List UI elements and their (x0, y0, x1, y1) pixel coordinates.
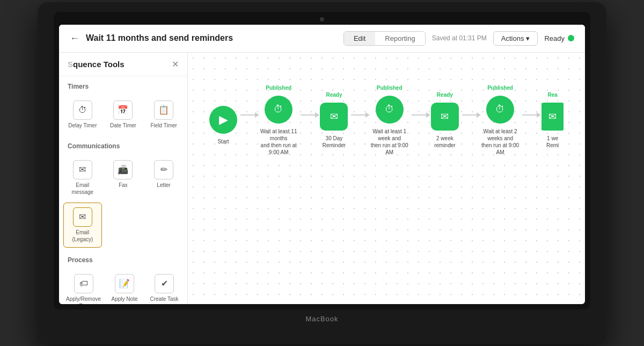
flow-node-wait-2weeks[interactable]: Published ⏱ Wait at least 2 weeks andthe… (481, 85, 519, 156)
connector-3 (348, 114, 370, 116)
tool-apply-remove-tag[interactable]: 🏷 Apply/Remove Tag (63, 269, 104, 304)
screen: ← Wait 11 months and send reminders Edit… (59, 25, 585, 304)
tab-reporting[interactable]: Reporting (375, 32, 425, 45)
flow-node-wait-1week[interactable]: Published ⏱ Wait at least 1 week andthen… (370, 85, 408, 156)
field-timer-icon: 📋 (154, 100, 173, 120)
connector-6 (519, 114, 541, 116)
actions-label: Actions (501, 34, 524, 42)
apply-remove-tag-label: Apply/Remove Tag (66, 295, 101, 304)
wait-1week-circle: ⏱ (376, 96, 404, 124)
delay-timer-icon: ⏱ (73, 100, 92, 120)
sidebar-close-button[interactable]: ✕ (172, 59, 179, 69)
timers-section-title: Timers (59, 76, 187, 93)
flow-node-2week[interactable]: Ready ✉ 2 weekreminder (431, 92, 459, 149)
connector-1 (237, 114, 260, 116)
connector-4 (408, 114, 431, 116)
sidebar-title: Squence Tools (68, 60, 125, 69)
sidebar-header: Squence Tools ✕ (59, 53, 187, 76)
tool-fax[interactable]: 📠 Fax (104, 155, 143, 200)
email-legacy-icon: ✉ (73, 207, 92, 227)
flow-node-start[interactable]: ▶ Start (209, 95, 237, 145)
timers-grid: ⏱ Delay Timer 📅 Date Timer 📋 Field Timer (59, 93, 187, 136)
connector-2 (297, 114, 320, 116)
communications-grid: ✉ Emailmessage 📠 Fax ✏ Letter ✉ (59, 153, 187, 250)
process-section-title: Process (59, 250, 187, 267)
tool-create-task[interactable]: ✔ Create Task (145, 269, 183, 304)
wait-11-label: Wait at least 11 monthsand then run at 9… (260, 128, 297, 156)
laptop-brand: MacBook (54, 309, 590, 323)
tab-edit[interactable]: Edit (344, 32, 375, 45)
chevron-down-icon: ▾ (526, 34, 530, 42)
sidebar: Squence Tools ✕ Timers ⏱ Delay Timer 📅 (59, 53, 188, 304)
connector-5 (459, 114, 481, 116)
create-task-icon: ✔ (155, 274, 174, 293)
main-layout: Squence Tools ✕ Timers ⏱ Delay Timer 📅 (59, 53, 585, 304)
flow-container: ▶ Start Published ⏱ (188, 53, 585, 188)
delay-timer-label: Delay Timer (68, 122, 97, 129)
saved-text: Saved at 01:31 PM (432, 34, 487, 42)
ready-badge: Ready (544, 34, 574, 42)
date-timer-label: Date Timer (110, 122, 136, 129)
tool-delay-timer[interactable]: ⏱ Delay Timer (63, 96, 102, 134)
1week-status: Rea (547, 92, 557, 99)
fax-icon: 📠 (113, 160, 133, 179)
page-title: Wait 11 months and send reminders (86, 33, 337, 43)
letter-label: Letter (157, 182, 171, 189)
wait-2weeks-status: Published (487, 85, 513, 92)
create-task-label: Create Task (150, 295, 178, 302)
tool-date-timer[interactable]: 📅 Date Timer (104, 96, 143, 134)
start-label: Start (217, 138, 229, 145)
wait-11-circle: ⏱ (265, 96, 292, 124)
30day-square: ✉ (320, 103, 348, 131)
1week-label: 1 weRemi (546, 135, 559, 149)
tool-field-timer[interactable]: 📋 Field Timer (144, 96, 183, 134)
communications-section-title: Communications (59, 136, 187, 153)
wait-2weeks-circle: ⏱ (486, 96, 514, 124)
fax-label: Fax (119, 182, 128, 189)
apply-note-label: Apply Note (112, 295, 138, 302)
tool-email-message[interactable]: ✉ Emailmessage (63, 155, 102, 200)
wait-2weeks-label: Wait at least 2 weeks andthen run at 9:0… (481, 128, 519, 156)
tool-email-legacy[interactable]: ✉ Email(Legacy) (63, 203, 102, 248)
email-legacy-label: Email(Legacy) (72, 229, 93, 243)
30day-label: 30 DayReminder (323, 135, 346, 149)
1week-square: ✉ (541, 103, 564, 131)
flow-node-wait-11[interactable]: Published ⏱ Wait at least 11 monthsand t… (260, 85, 297, 156)
date-timer-icon: 📅 (113, 100, 133, 120)
email-message-icon: ✉ (73, 160, 92, 179)
header: ← Wait 11 months and send reminders Edit… (59, 25, 585, 53)
apply-note-icon: 📝 (115, 274, 134, 293)
tool-letter[interactable]: ✏ Letter (144, 155, 183, 200)
tool-apply-note[interactable]: 📝 Apply Note (106, 269, 143, 304)
2week-label: 2 weekreminder (434, 135, 455, 149)
field-timer-label: Field Timer (150, 122, 177, 129)
header-tabs: Edit Reporting (343, 31, 426, 46)
2week-status: Ready (437, 92, 453, 99)
email-message-label: Emailmessage (72, 182, 94, 196)
back-button[interactable]: ← (70, 33, 79, 44)
flow-node-30day[interactable]: Ready ✉ 30 DayReminder (320, 92, 348, 149)
wait-1week-label: Wait at least 1 week andthen run at 9:00… (370, 128, 408, 156)
letter-icon: ✏ (154, 160, 173, 179)
ready-label: Ready (544, 34, 565, 42)
process-grid: 🏷 Apply/Remove Tag 📝 Apply Note ✔ Create… (59, 267, 187, 304)
screen-bezel: ← Wait 11 months and send reminders Edit… (54, 12, 590, 309)
laptop-shell: ← Wait 11 months and send reminders Edit… (38, 2, 606, 344)
flow-node-1week[interactable]: Rea ✉ 1 weRemi (541, 92, 564, 149)
start-circle: ▶ (209, 106, 237, 134)
30day-status: Ready (326, 92, 342, 99)
actions-button[interactable]: Actions ▾ (493, 31, 538, 46)
2week-square: ✉ (431, 103, 459, 131)
wait-1week-status: Published (377, 85, 402, 92)
apply-remove-tag-icon: 🏷 (74, 274, 93, 293)
camera (320, 17, 324, 21)
ready-dot (568, 35, 574, 41)
wait-11-status: Published (266, 85, 291, 92)
canvas: ▶ Start Published ⏱ (188, 53, 585, 304)
